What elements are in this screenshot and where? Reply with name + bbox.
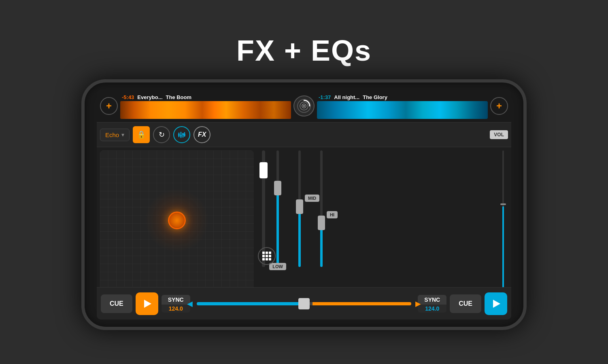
svg-rect-11 (184, 134, 185, 136)
left-waveform[interactable] (120, 101, 291, 119)
left-sync-group: SYNC 124.0 (162, 295, 190, 313)
low-fader-handle[interactable] (274, 181, 281, 195)
low-fader: LOW (273, 150, 282, 267)
vol-label: VOL (490, 130, 508, 139)
low-label: LOW (269, 263, 286, 270)
left-time: -5:43 (122, 94, 134, 100)
main-fader-handle[interactable] (259, 162, 268, 178)
crossfader-handle[interactable] (298, 298, 310, 309)
right-sync-button[interactable]: SYNC (418, 295, 446, 305)
fx-label: FX (198, 131, 206, 138)
fx-toggle-button[interactable]: FX (193, 126, 210, 143)
grid-button[interactable] (258, 247, 276, 265)
right-play-icon (493, 300, 500, 308)
left-cue-button[interactable]: CUE (101, 294, 132, 313)
plus-right-icon: + (496, 100, 502, 112)
mid-fader: MID (295, 150, 304, 267)
controls-bar: Echo ▾ 🔒 ↻ (97, 122, 511, 147)
right-time: -1:37 (319, 94, 331, 100)
right-track: All night... (334, 94, 359, 100)
svg-point-3 (303, 105, 305, 107)
hi-fader-handle[interactable] (318, 216, 325, 230)
plus-left-icon: + (106, 100, 112, 112)
grid-icon (262, 252, 271, 260)
faders-area: LOW MID HI (257, 147, 498, 287)
left-album: The Boom (166, 94, 192, 100)
crossfader-area[interactable]: ◀ ▶ (193, 302, 415, 305)
left-play-icon (144, 300, 151, 308)
lock-button[interactable]: 🔒 (133, 126, 150, 143)
hi-fader: HI (317, 150, 326, 267)
add-left-button[interactable]: + (100, 97, 118, 115)
fx-pad[interactable] (100, 150, 254, 287)
crossfader-track[interactable] (197, 302, 412, 305)
top-bar: + -5:43 Everybo... The Boom (97, 90, 511, 122)
svg-rect-9 (180, 135, 182, 137)
right-album: The Glory (363, 94, 387, 100)
chevron-down-icon: ▾ (121, 131, 124, 138)
right-cue-button[interactable]: CUE (450, 294, 481, 313)
right-bpm: 124.0 (418, 305, 446, 313)
mid-fader-handle[interactable] (296, 199, 303, 214)
fx-name: Echo (105, 131, 119, 138)
page-title: FX + EQs (236, 34, 372, 67)
right-play-button[interactable] (485, 292, 507, 315)
vol-fader[interactable] (500, 150, 506, 287)
reset-button[interactable]: ↻ (153, 126, 170, 143)
crossfader-right-fill (313, 302, 411, 305)
reset-icon: ↻ (159, 130, 165, 139)
arrow-left-icon: ◀ (187, 299, 193, 308)
transport-bar: CUE SYNC 124.0 ◀ ▶ SYNC 124 (97, 287, 511, 320)
svg-rect-10 (182, 133, 184, 135)
right-deck-info: -1:37 All night... The Glory (317, 93, 488, 119)
center-logo (293, 95, 315, 116)
vol-fader-handle[interactable] (500, 203, 506, 205)
left-sync-button[interactable]: SYNC (162, 295, 190, 305)
mixer-area: LOW MID HI (97, 147, 511, 287)
right-waveform[interactable] (317, 101, 488, 119)
left-play-button[interactable] (136, 292, 158, 315)
fx-pad-dot (168, 212, 186, 229)
phone-wrapper: + -5:43 Everybo... The Boom (81, 79, 527, 330)
fx-select[interactable]: Echo ▾ (100, 129, 130, 141)
left-track: Everybo... (137, 94, 162, 100)
eq-button[interactable] (173, 126, 190, 143)
crossfader-left-fill (197, 302, 304, 305)
add-right-button[interactable]: + (490, 97, 508, 115)
lock-icon: 🔒 (137, 130, 146, 139)
left-deck-info: -5:43 Everybo... The Boom (120, 93, 291, 119)
phone-screen: + -5:43 Everybo... The Boom (97, 90, 511, 320)
right-sync-group: SYNC 124.0 (418, 295, 446, 313)
hi-label: HI (327, 211, 338, 218)
left-bpm: 124.0 (162, 305, 190, 313)
arrow-right-icon: ▶ (415, 299, 421, 308)
svg-rect-8 (178, 134, 180, 136)
